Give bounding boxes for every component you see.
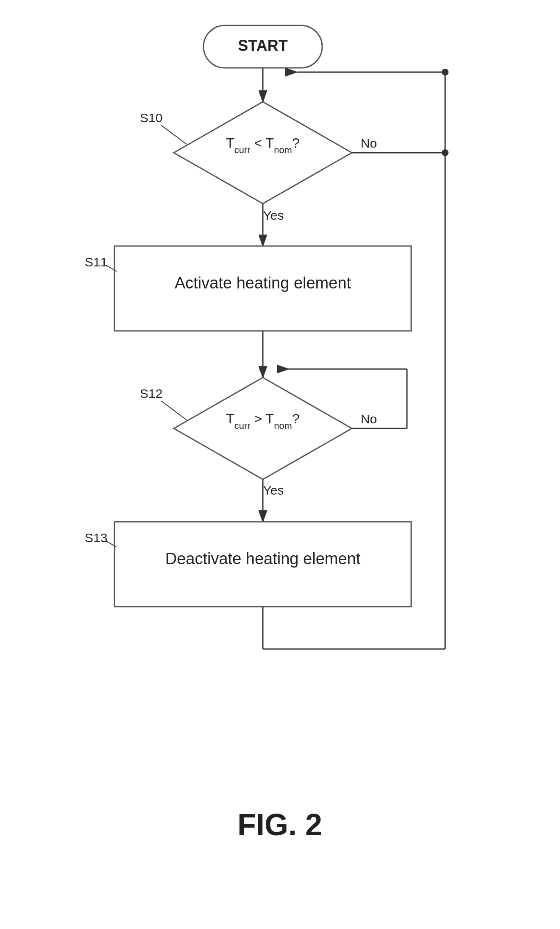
- s12-no-label: No: [361, 412, 377, 426]
- s13-process-text: Deactivate heating element: [165, 550, 361, 568]
- s10-label-line: [161, 125, 187, 144]
- s10-label: S10: [140, 111, 162, 125]
- figure-label: FIG. 2: [237, 808, 322, 842]
- junction-dot-top: [442, 69, 449, 76]
- s11-label: S11: [85, 255, 107, 269]
- s10-no-label: No: [361, 136, 377, 150]
- s12-label-line: [161, 401, 187, 420]
- s12-decision: [174, 378, 352, 479]
- s10-yes-label: Yes: [263, 208, 284, 222]
- junction-dot-s12: [259, 366, 266, 372]
- start-label: START: [238, 37, 287, 54]
- flowchart-diagram: START Tcurr < Tnom? S10 Yes Activate hea…: [0, 0, 560, 929]
- s10-decision: [174, 102, 352, 204]
- s11-process-text: Activate heating element: [175, 274, 351, 292]
- s12-label: S12: [140, 386, 162, 400]
- s13-label: S13: [85, 531, 107, 545]
- junction-dot-s10: [442, 149, 449, 156]
- s12-yes-label: Yes: [263, 483, 284, 497]
